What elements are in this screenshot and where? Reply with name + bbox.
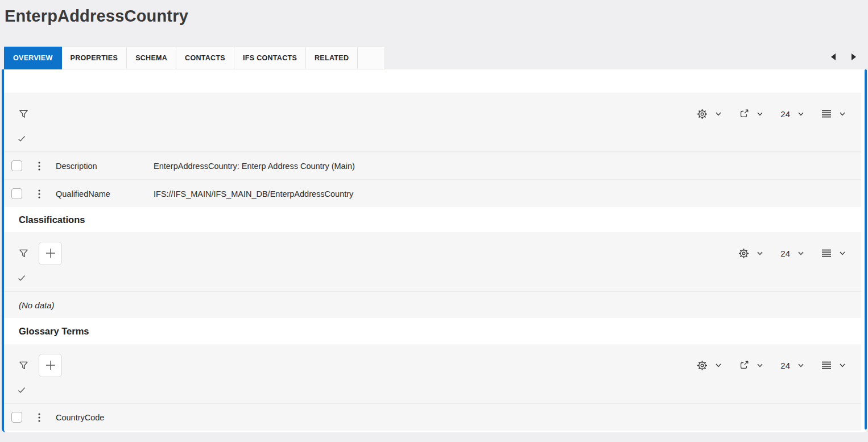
tab-properties[interactable]: PROPERTIES	[62, 47, 127, 69]
add-glossary-term-button[interactable]	[39, 354, 62, 377]
density-chevron-down-icon[interactable]	[838, 249, 846, 257]
share-chevron-down-icon[interactable]	[756, 361, 764, 369]
page-title: EnterpAddressCountry	[5, 7, 188, 26]
property-value: EnterpAddressCountry: Enterp Address Cou…	[154, 162, 355, 171]
page-size-chevron-down-icon[interactable]	[797, 249, 805, 257]
classifications-toolbar: 24	[4, 232, 861, 291]
tab-related[interactable]: RELATED	[306, 47, 358, 69]
tab-overview[interactable]: OVERVIEW	[4, 47, 62, 69]
filter-icon[interactable]	[18, 360, 29, 371]
glossary-toolbar: 24	[4, 344, 861, 403]
row-checkbox[interactable]	[11, 188, 22, 199]
glossary-section-title: Glossary Terms	[4, 318, 867, 344]
filter-icon[interactable]	[18, 108, 29, 119]
select-all-check-icon[interactable]	[18, 387, 26, 394]
share-export-icon[interactable]	[739, 360, 749, 370]
tab-bar: OVERVIEW PROPERTIES SCHEMA CONTACTS IFS …	[4, 47, 385, 69]
scroll-tabs-left-icon[interactable]	[829, 52, 837, 61]
properties-toolbar: 24	[4, 93, 861, 151]
panel-top-spacer	[4, 69, 867, 93]
row-menu-kebab-icon[interactable]	[38, 413, 40, 422]
property-row-qualifiedname: QualifiedName IFS://IFS_MAIN/IFS_MAIN_DB…	[4, 180, 861, 207]
tab-schema[interactable]: SCHEMA	[127, 47, 176, 69]
page-size-value[interactable]: 24	[780, 361, 790, 370]
settings-chevron-down-icon[interactable]	[756, 249, 764, 257]
tab-contacts[interactable]: CONTACTS	[176, 47, 234, 69]
settings-gear-icon[interactable]	[738, 248, 749, 259]
row-checkbox[interactable]	[11, 412, 22, 423]
settings-chevron-down-icon[interactable]	[714, 110, 722, 118]
row-density-icon[interactable]	[821, 361, 832, 370]
page-size-chevron-down-icon[interactable]	[797, 361, 805, 369]
tab-ifs-contacts[interactable]: IFS CONTACTS	[234, 47, 306, 69]
page-size-value[interactable]: 24	[780, 109, 790, 119]
settings-chevron-down-icon[interactable]	[714, 361, 722, 369]
share-chevron-down-icon[interactable]	[756, 110, 764, 118]
settings-gear-icon[interactable]	[697, 360, 708, 371]
tab-scroll-controls	[829, 52, 858, 61]
page-size-chevron-down-icon[interactable]	[797, 110, 805, 118]
density-chevron-down-icon[interactable]	[838, 110, 846, 118]
density-chevron-down-icon[interactable]	[838, 361, 846, 369]
add-classification-button[interactable]	[39, 242, 62, 265]
select-all-check-icon[interactable]	[18, 275, 26, 282]
select-all-check-icon[interactable]	[18, 135, 26, 142]
classifications-empty-state: (No data)	[4, 292, 861, 318]
classifications-section-title: Classifications	[4, 207, 867, 232]
property-name: Description	[56, 162, 154, 171]
row-menu-kebab-icon[interactable]	[38, 189, 40, 199]
property-name: QualifiedName	[56, 189, 154, 199]
filter-icon[interactable]	[18, 247, 29, 259]
glossary-row-countrycode: CountryCode	[4, 404, 861, 431]
scroll-tabs-right-icon[interactable]	[850, 52, 858, 61]
row-menu-kebab-icon[interactable]	[38, 162, 40, 171]
overview-panel: 24	[2, 69, 867, 432]
property-value: IFS://IFS_MAIN/IFS_MAIN_DB/EnterpAddress…	[154, 189, 353, 199]
row-density-icon[interactable]	[821, 109, 832, 118]
row-density-icon[interactable]	[821, 249, 832, 258]
property-row-description: Description EnterpAddressCountry: Enterp…	[4, 152, 861, 179]
row-checkbox[interactable]	[11, 160, 22, 171]
vertical-scrollbar[interactable]	[865, 69, 867, 429]
settings-gear-icon[interactable]	[697, 109, 708, 119]
page-size-value[interactable]: 24	[780, 249, 790, 258]
share-export-icon[interactable]	[739, 109, 749, 119]
tab-truncated[interactable]	[358, 47, 385, 69]
glossary-term-name: CountryCode	[56, 413, 154, 422]
